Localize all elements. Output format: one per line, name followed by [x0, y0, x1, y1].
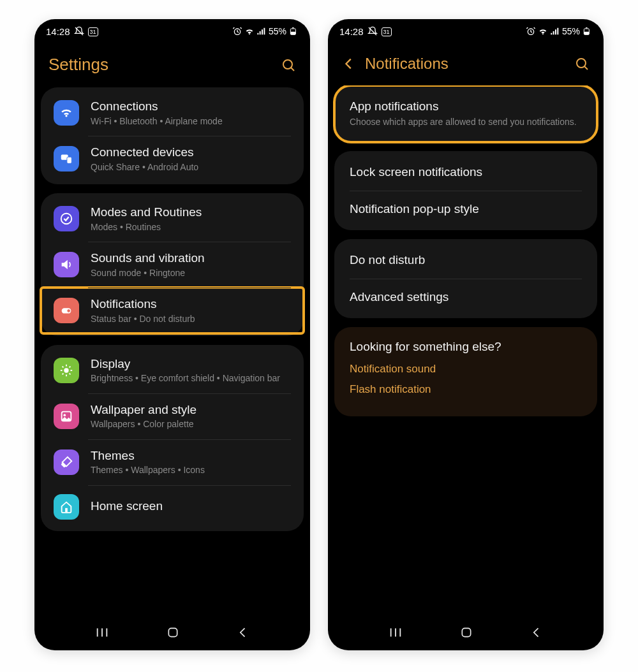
svg-rect-3: [290, 32, 295, 35]
settings-header: Settings: [34, 40, 310, 87]
home-button[interactable]: [460, 626, 473, 639]
notif-group: Do not disturb Advanced settings: [334, 239, 597, 318]
recents-button[interactable]: [389, 625, 403, 639]
notif-group: App notifications Choose which apps are …: [334, 85, 597, 142]
check-icon: [54, 206, 79, 231]
recents-button[interactable]: [95, 625, 109, 639]
row-subtitle: Choose which apps are allowed to send yo…: [350, 116, 582, 128]
settings-row-notifications[interactable]: Notifications Status bar • Do not distur…: [41, 288, 304, 333]
settings-row-connected-devices[interactable]: Connected devices Quick Share • Android …: [41, 136, 304, 182]
notifications-screen: 14:28 31 55% Notifications App notificat…: [328, 19, 604, 650]
settings-group: Modes and Routines Modes • Routines Soun…: [41, 193, 304, 336]
sun-icon: [54, 358, 79, 383]
wifi-icon: [538, 26, 548, 36]
settings-row-home-screen[interactable]: Home screen: [41, 485, 304, 529]
clock: 14:28: [339, 26, 364, 37]
row-label: Connected devices: [91, 145, 198, 160]
home-button[interactable]: [167, 626, 179, 639]
notif-row-advanced-settings[interactable]: Advanced settings: [334, 279, 597, 316]
settings-group: Display Brightness • Eye comfort shield …: [41, 345, 304, 531]
notifications-list[interactable]: App notifications Choose which apps are …: [328, 85, 604, 620]
svg-line-17: [63, 366, 64, 367]
suggested-link[interactable]: Notification sound: [350, 363, 582, 376]
dnd-off-icon: [367, 26, 378, 36]
back-button[interactable]: [237, 626, 249, 639]
row-subtitle: Brightness • Eye comfort shield • Naviga…: [91, 372, 280, 384]
settings-row-modes-and-routines[interactable]: Modes and Routines Modes • Routines: [41, 196, 304, 242]
svg-line-18: [70, 373, 71, 374]
svg-line-19: [63, 373, 64, 374]
svg-rect-31: [584, 32, 589, 35]
svg-point-5: [283, 60, 292, 69]
svg-rect-38: [462, 628, 470, 636]
settings-row-display[interactable]: Display Brightness • Eye comfort shield …: [41, 347, 304, 393]
status-bar: 14:28 31 55%: [34, 19, 310, 40]
row-label: Connections: [91, 99, 223, 114]
notifications-header: Notifications: [328, 40, 604, 85]
row-label: Sounds and vibration: [91, 251, 205, 266]
svg-rect-23: [65, 508, 68, 511]
back-icon[interactable]: [342, 57, 356, 71]
bell-icon: [54, 298, 79, 323]
settings-group: Connections Wi-Fi • Bluetooth • Airplane…: [41, 87, 304, 184]
settings-row-themes[interactable]: Themes Themes • Wallpapers • Icons: [41, 439, 304, 485]
settings-row-wallpaper-and-style[interactable]: Wallpaper and style Wallpapers • Color p…: [41, 393, 304, 439]
battery-text: 55%: [562, 26, 580, 36]
page-title: Notifications: [365, 55, 565, 73]
search-icon[interactable]: [574, 56, 590, 71]
signal-icon: [550, 26, 560, 36]
notif-row-do-not-disturb[interactable]: Do not disturb: [334, 242, 597, 279]
row-subtitle: Status bar • Do not disturb: [91, 313, 195, 325]
row-label: Notification pop-up style: [350, 202, 582, 216]
row-label: Wallpaper and style: [91, 402, 197, 418]
devices-icon: [54, 146, 79, 172]
svg-rect-4: [292, 27, 294, 28]
row-label: Display: [91, 356, 280, 372]
dnd-off-icon: [74, 26, 84, 36]
svg-line-20: [70, 366, 71, 367]
row-label: App notifications: [350, 99, 582, 113]
signal-icon: [256, 26, 267, 36]
settings-row-sounds-and-vibration[interactable]: Sounds and vibration Sound mode • Ringto…: [41, 242, 304, 288]
row-label: Home screen: [91, 499, 163, 514]
alarm-icon: [232, 26, 242, 36]
row-subtitle: Quick Share • Android Auto: [91, 161, 198, 173]
row-label: Advanced settings: [350, 290, 582, 304]
row-label: Themes: [91, 448, 205, 464]
svg-rect-27: [168, 628, 177, 636]
settings-list[interactable]: Connections Wi-Fi • Bluetooth • Airplane…: [34, 87, 310, 620]
notif-row-lock-screen-notifications[interactable]: Lock screen notifications: [334, 154, 597, 191]
looking-for-card: Looking for something else?Notification …: [334, 327, 597, 416]
wifi-icon: [244, 26, 255, 36]
battery-icon: [288, 26, 299, 36]
row-subtitle: Wi-Fi • Bluetooth • Airplane mode: [91, 115, 223, 127]
battery-text: 55%: [269, 26, 286, 36]
svg-rect-8: [67, 157, 71, 163]
row-label: Modes and Routines: [91, 205, 202, 220]
settings-row-connections[interactable]: Connections Wi-Fi • Bluetooth • Airplane…: [41, 90, 304, 136]
notif-row-notification-pop-up-style[interactable]: Notification pop-up style: [334, 191, 597, 228]
settings-screen: 14:28 31 55% Settings Connections Wi-Fi …: [34, 19, 310, 650]
alarm-icon: [526, 26, 536, 36]
status-bar: 14:28 31 55%: [328, 19, 604, 40]
notif-row-app-notifications[interactable]: App notifications Choose which apps are …: [334, 88, 597, 140]
svg-line-6: [291, 68, 294, 71]
row-subtitle: Wallpapers • Color palette: [91, 418, 197, 430]
calendar-icon: 31: [88, 27, 98, 36]
calendar-icon: 31: [382, 27, 392, 36]
row-subtitle: Modes • Routines: [91, 221, 202, 233]
row-label: Do not disturb: [350, 253, 582, 267]
row-subtitle: Themes • Wallpapers • Icons: [91, 464, 205, 476]
svg-point-12: [64, 368, 68, 372]
wifi-icon: [54, 100, 79, 126]
svg-point-11: [67, 309, 71, 312]
looking-for-heading: Looking for something else?: [350, 340, 582, 354]
battery-icon: [582, 26, 592, 36]
search-icon[interactable]: [281, 57, 296, 73]
svg-rect-32: [586, 27, 588, 28]
image-icon: [54, 404, 79, 429]
clock: 14:28: [46, 26, 70, 37]
back-button[interactable]: [530, 626, 543, 639]
suggested-link[interactable]: Flash notification: [350, 383, 582, 396]
svg-point-22: [63, 414, 66, 416]
